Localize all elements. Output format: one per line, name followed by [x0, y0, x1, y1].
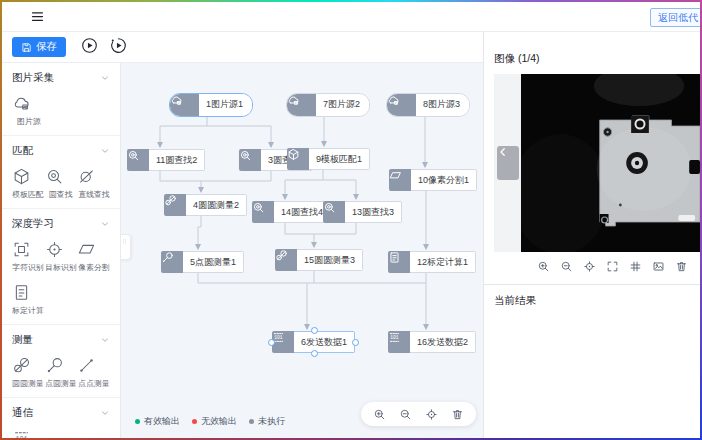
tool-item[interactable]: 圆圆测量: [12, 356, 45, 390]
preview-image-compare-button[interactable]: [652, 260, 665, 273]
run-button[interactable]: [80, 36, 99, 55]
sidebar-collapse-handle[interactable]: [121, 234, 131, 260]
node-handle-top[interactable]: [311, 327, 318, 334]
section-header-0[interactable]: 图片采集: [12, 71, 110, 85]
tool-item[interactable]: 标定计算: [12, 283, 45, 317]
node-1[interactable]: 1图片源1: [169, 93, 253, 117]
play-circle-icon: [80, 36, 99, 55]
tool-item-label: 模板匹配: [13, 189, 44, 200]
section-header-3[interactable]: 测量: [12, 333, 110, 347]
preview-trash-button[interactable]: [675, 260, 688, 273]
section-title: 通信: [12, 406, 33, 420]
tool-item[interactable]: 点圆测量: [45, 356, 78, 390]
ocr-icon: [12, 240, 45, 259]
legend-dot: [135, 419, 140, 424]
fullscreen-icon: [606, 260, 619, 273]
tool-item[interactable]: 图片源: [12, 94, 45, 128]
zoom-out-icon: [560, 260, 573, 273]
canvas-zoom-out-button[interactable]: [399, 408, 412, 421]
image-carousel: [494, 74, 700, 252]
tool-item[interactable]: 点点测量: [77, 356, 110, 390]
section-items: 圆圆测量点圆测量点点测量: [12, 356, 110, 390]
tool-item[interactable]: 字符识别: [12, 240, 45, 274]
node-16[interactable]: 10116发送数据2: [388, 331, 476, 353]
tool-item-label: 图片源: [17, 116, 40, 127]
section-title: 深度学习: [12, 217, 54, 231]
segment-icon: [77, 240, 110, 259]
data-101-icon: 101: [388, 331, 410, 353]
circle-find-icon: [252, 201, 274, 223]
segment-icon: [389, 169, 411, 191]
tool-item[interactable]: 目标识别: [45, 240, 78, 274]
canvas-trash-button[interactable]: [451, 408, 464, 421]
zoom-in-icon: [537, 260, 550, 273]
node-8[interactable]: 8图片源3: [386, 93, 470, 117]
tool-item-label: 直线查找: [78, 189, 109, 200]
point-circle-measure-icon: [161, 251, 183, 273]
save-button[interactable]: 保存: [12, 37, 66, 57]
run-once-button[interactable]: [109, 36, 128, 55]
preview-grid-button[interactable]: [629, 260, 642, 273]
toolbar: 保存: [2, 32, 483, 63]
sidebar-section: 匹配模板匹配圆查找直线查找: [2, 136, 120, 209]
legend-item: 未执行: [249, 415, 285, 428]
zoom-out-icon: [399, 408, 412, 421]
chevron-down-icon: [100, 73, 110, 83]
tool-item[interactable]: 直线查找: [77, 167, 110, 201]
point-circle-measure-icon: [45, 356, 78, 375]
node-9[interactable]: 9模板匹配1: [287, 148, 370, 170]
node-handle-bottom[interactable]: [311, 350, 318, 357]
trash-icon: [451, 408, 464, 421]
circle-find-icon: [323, 201, 345, 223]
canvas-locate-button[interactable]: [425, 408, 438, 421]
node-7[interactable]: 7图片源2: [286, 93, 370, 117]
flow-canvas[interactable]: 有效输出无效输出未执行 1图片源17图片源28图片源311圆查找23圆查找19模…: [121, 63, 483, 438]
back-to-lowcode-button[interactable]: 返回低代: [650, 8, 702, 27]
carousel-prev-button[interactable]: [497, 146, 519, 180]
current-result-title: 当前结果: [494, 294, 536, 308]
node-label: 9模板匹配1: [309, 148, 370, 170]
node-12[interactable]: 12标定计算1: [388, 251, 476, 273]
node-label: 4圆圆测量2: [186, 194, 247, 216]
node-15[interactable]: 15圆圆测量3: [275, 249, 363, 271]
node-10[interactable]: 10像素分割1: [389, 169, 477, 191]
node-4[interactable]: 4圆圆测量2: [164, 194, 247, 216]
section-header-2[interactable]: 深度学习: [12, 217, 110, 231]
locate-icon: [583, 260, 596, 273]
node-handle-right[interactable]: [352, 339, 359, 346]
node-label: 12标定计算1: [410, 251, 476, 273]
preview-fullscreen-button[interactable]: [606, 260, 619, 273]
hamburger-icon[interactable]: [30, 9, 45, 24]
preview-zoom-out-button[interactable]: [560, 260, 573, 273]
node-6[interactable]: 1016发送数据1: [272, 331, 355, 353]
node-14[interactable]: 14圆查找4: [252, 201, 331, 223]
tool-item[interactable]: 圆查找: [45, 167, 78, 201]
node-13[interactable]: 13圆查找3: [323, 201, 402, 223]
section-header-4[interactable]: 通信: [12, 406, 110, 420]
chevron-down-icon: [100, 219, 110, 229]
preview-zoom-in-button[interactable]: [537, 260, 550, 273]
carousel-nav-strip: [494, 74, 521, 252]
node-11[interactable]: 11圆查找2: [127, 149, 205, 171]
camera-image: [521, 74, 700, 252]
tool-item[interactable]: 模板匹配: [12, 167, 45, 201]
canvas-zoom-in-button[interactable]: [373, 408, 386, 421]
node-label: 1图片源1: [199, 94, 252, 116]
section-items: 字符识别目标识别像素分割标定计算: [12, 240, 110, 317]
node-handle-left[interactable]: [268, 339, 275, 346]
section-title: 测量: [12, 333, 33, 347]
sidebar-section: 测量圆圆测量点圆测量点点测量: [2, 325, 120, 398]
node-label: 15圆圆测量3: [297, 249, 363, 271]
node-label: 10像素分割1: [411, 169, 477, 191]
tool-item[interactable]: 101: [12, 429, 45, 438]
tool-item-label: 目标识别: [45, 262, 76, 273]
node-label: 8图片源3: [416, 94, 469, 116]
node-5[interactable]: 5点圆测量1: [161, 251, 244, 273]
tool-item[interactable]: 像素分割: [77, 240, 110, 274]
svg-text:101: 101: [390, 335, 399, 340]
section-header-1[interactable]: 匹配: [12, 144, 110, 158]
preview-locate-button[interactable]: [583, 260, 596, 273]
grip-icon: [121, 235, 130, 259]
grid-icon: [629, 260, 642, 273]
point-point-measure-icon: [77, 356, 110, 375]
